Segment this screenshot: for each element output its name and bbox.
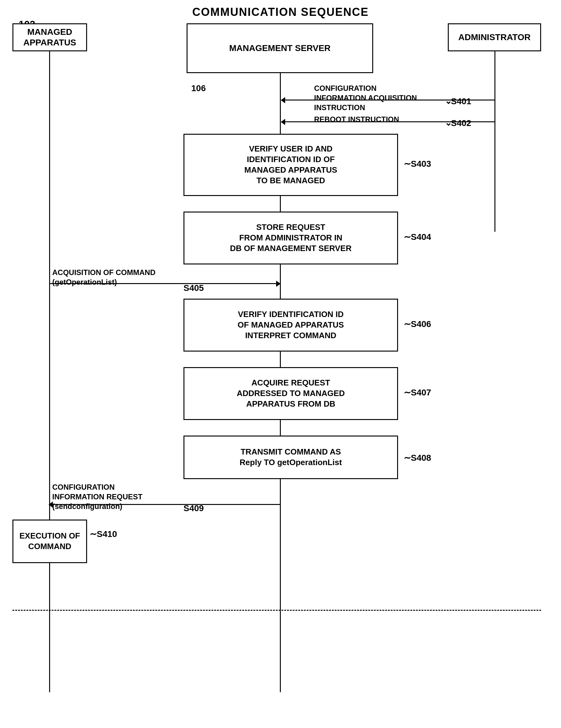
- vconn-s403a: [280, 121, 281, 134]
- vconn-box-s407: [280, 352, 281, 367]
- box-verify-id: VERIFY IDENTIFICATION ID OF MANAGED APPA…: [184, 299, 398, 352]
- bracket-s402: ⌄: [445, 118, 452, 128]
- msg-acquire-command: ACQUISITION OF COMMAND(getOperationList): [52, 268, 183, 287]
- step-s408: ∼S408: [404, 453, 431, 463]
- step-s401: S401: [451, 96, 471, 106]
- step-s406: ∼S406: [404, 319, 431, 329]
- bracket-s401: ⌄: [445, 96, 452, 106]
- step-s403: ∼S403: [404, 159, 431, 169]
- step-s405: S405: [184, 283, 204, 293]
- step-s407: ∼S407: [404, 387, 431, 398]
- box-acquire-request: ACQUIRE REQUEST ADDRESSED TO MANAGED APP…: [184, 367, 398, 420]
- ref-106: 106: [191, 83, 206, 93]
- box-store-request: STORE REQUEST FROM ADMINISTRATOR IN DB O…: [184, 212, 398, 264]
- col-management-server: MANAGEMENT SERVER: [187, 23, 373, 73]
- col-managed-apparatus: MANAGED APPARATUS: [12, 23, 87, 51]
- dashed-bottom-line: [12, 610, 541, 611]
- col-administrator: ADMINISTRATOR: [448, 23, 541, 51]
- step-s404: ∼S404: [404, 232, 431, 242]
- msg-config-req: CONFIGURATIONINFORMATION REQUEST(sendcon…: [52, 482, 177, 511]
- vconn-s405a: [280, 264, 281, 283]
- box-exec-command: EXECUTION OF COMMAND: [12, 520, 87, 563]
- vline-server-bottom: [280, 563, 281, 610]
- box-transmit-command: TRANSMIT COMMAND AS Reply TO getOperatio…: [184, 436, 398, 479]
- msg-reboot: REBOOT INSTRUCTION: [314, 114, 399, 124]
- vline-admin: [494, 51, 495, 232]
- diagram-title: COMMUNICATION SEQUENCE: [0, 6, 561, 19]
- step-s402: S402: [451, 118, 471, 128]
- vconn-box2-3: [280, 196, 281, 212]
- vconn-s409a: [280, 479, 281, 504]
- vconn-box-s408: [280, 420, 281, 436]
- vline-managed-bottom: [49, 563, 50, 610]
- diagram-container: COMMUNICATION SEQUENCE 102 MANAGED APPAR…: [0, 0, 561, 728]
- msg-config-info-acq: CONFIGURATIONINFORMATION ACQUISITIONINST…: [314, 83, 445, 113]
- step-s409: S409: [184, 503, 204, 513]
- step-s410: ∼S410: [90, 529, 117, 539]
- box-verify-user-id: VERIFY USER ID AND IDENTIFICATION ID OF …: [184, 134, 398, 196]
